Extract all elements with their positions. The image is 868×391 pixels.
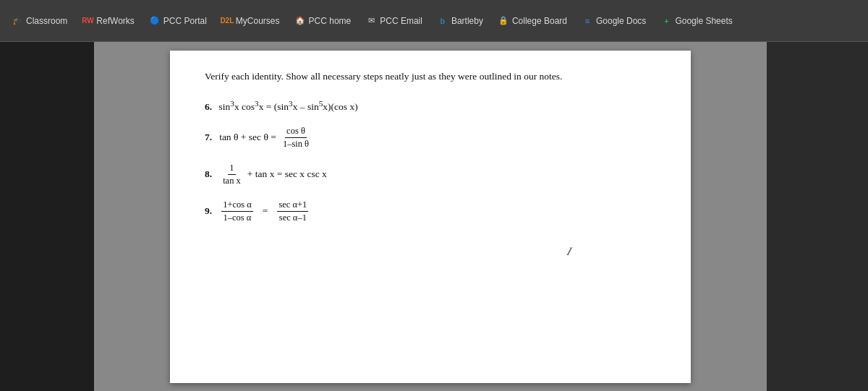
classroom-icon: 🎓 <box>12 15 23 27</box>
mycourses-icon: D2L <box>221 15 233 27</box>
problem-6-number: 6. <box>205 101 212 112</box>
problem-9-equals: = <box>263 205 268 217</box>
doc-paper: Verify each identity. Show all necessary… <box>170 51 691 383</box>
bookmark-label-mycourses: MyCourses <box>236 16 280 26</box>
problem-7-fraction: cos θ 1–sin θ <box>281 126 310 150</box>
problem-9: 9. 1+cos α 1–cos α = sec α+1 sec α–1 <box>205 199 656 223</box>
bookmark-label-bartleby: Bartleby <box>451 16 483 26</box>
bookmark-label-pcc-email: PCC Email <box>380 16 422 26</box>
problem-6-text: sin3x cos3x = (sin3x – sin5x)(cos x) <box>219 101 358 112</box>
problem-8-denom: tan x <box>221 175 242 186</box>
problem-7-numer: cos θ <box>285 126 307 138</box>
problem-8-number: 8. <box>205 168 212 180</box>
bookmark-college-board[interactable]: 🔒 College Board <box>492 12 573 30</box>
problem-6: 6. sin3x cos3x = (sin3x – sin5x)(cos x) <box>205 98 656 113</box>
bookmark-google-docs[interactable]: ≡ Google Docs <box>576 12 652 30</box>
bookmark-label-refworks: RefWorks <box>96 16 134 26</box>
problem-9-frac2-denom: sec α–1 <box>278 212 308 223</box>
bookmark-label-classroom: Classroom <box>26 16 67 26</box>
problem-9-fraction2: sec α+1 sec α–1 <box>277 199 308 223</box>
problem-9-line: 9. 1+cos α 1–cos α = sec α+1 sec α–1 <box>205 199 656 223</box>
bookmark-label-college-board: College Board <box>512 16 567 26</box>
problem-7-line: 7. tan θ + sec θ = cos θ 1–sin θ <box>205 126 656 150</box>
problem-9-frac1-denom: 1–cos α <box>222 212 253 223</box>
bookmark-label-google-sheets: Google Sheets <box>675 16 732 26</box>
problem-8-fraction: 1 tan x <box>221 163 242 186</box>
text-cursor: 𝐼 <box>566 245 570 257</box>
right-sidebar <box>767 42 868 391</box>
bookmark-pcc-home[interactable]: 🏠 PCC home <box>289 12 357 30</box>
instructions-text: Verify each identity. Show all necessary… <box>205 71 656 82</box>
refworks-icon: RW <box>82 15 93 27</box>
problem-8-numer: 1 <box>228 163 235 175</box>
bookmark-refworks[interactable]: RW RefWorks <box>76 12 140 30</box>
pcc-home-icon: 🏠 <box>294 15 306 27</box>
left-sidebar <box>0 42 94 391</box>
bartleby-icon: b <box>437 15 448 27</box>
problem-7: 7. tan θ + sec θ = cos θ 1–sin θ <box>205 126 656 150</box>
problem-8-rhs: + tan x = sec x csc x <box>247 168 327 180</box>
bookmark-pcc-email[interactable]: ✉ PCC Email <box>359 12 428 30</box>
bookmark-classroom[interactable]: 🎓 Classroom <box>6 12 73 30</box>
pcc-email-icon: ✉ <box>365 15 377 27</box>
problem-9-frac2-numer: sec α+1 <box>277 199 308 212</box>
browser-toolbar: 🎓 Classroom RW RefWorks 🔵 PCC Portal D2L… <box>0 0 868 42</box>
bookmark-label-pcc-portal: PCC Portal <box>163 16 207 26</box>
problem-9-fraction1: 1+cos α 1–cos α <box>221 199 253 223</box>
bookmark-mycourses[interactable]: D2L MyCourses <box>216 12 286 30</box>
pcc-portal-icon: 🔵 <box>149 15 161 27</box>
bookmark-pcc-portal[interactable]: 🔵 PCC Portal <box>143 12 213 30</box>
problem-9-number: 9. <box>205 205 212 217</box>
bookmark-google-sheets[interactable]: + Google Sheets <box>655 12 738 30</box>
bookmark-label-google-docs: Google Docs <box>596 16 646 26</box>
google-sheets-icon: + <box>660 15 672 27</box>
google-docs-icon: ≡ <box>582 15 593 27</box>
college-board-icon: 🔒 <box>498 15 509 27</box>
problem-9-frac1-numer: 1+cos α <box>221 199 253 212</box>
problem-7-lhs: tan θ + sec θ = <box>219 132 276 143</box>
bookmark-bartleby[interactable]: b Bartleby <box>431 12 489 30</box>
bookmark-label-pcc-home: PCC home <box>309 16 352 26</box>
main-area: Verify each identity. Show all necessary… <box>0 42 868 391</box>
doc-area: Verify each identity. Show all necessary… <box>94 42 767 391</box>
problem-8: 8. 1 tan x + tan x = sec x csc x <box>205 163 656 186</box>
problem-8-line: 8. 1 tan x + tan x = sec x csc x <box>205 163 656 186</box>
problem-7-number: 7. <box>205 132 212 143</box>
cursor-area: 𝐼 <box>566 245 656 258</box>
problem-7-denom: 1–sin θ <box>281 138 310 150</box>
